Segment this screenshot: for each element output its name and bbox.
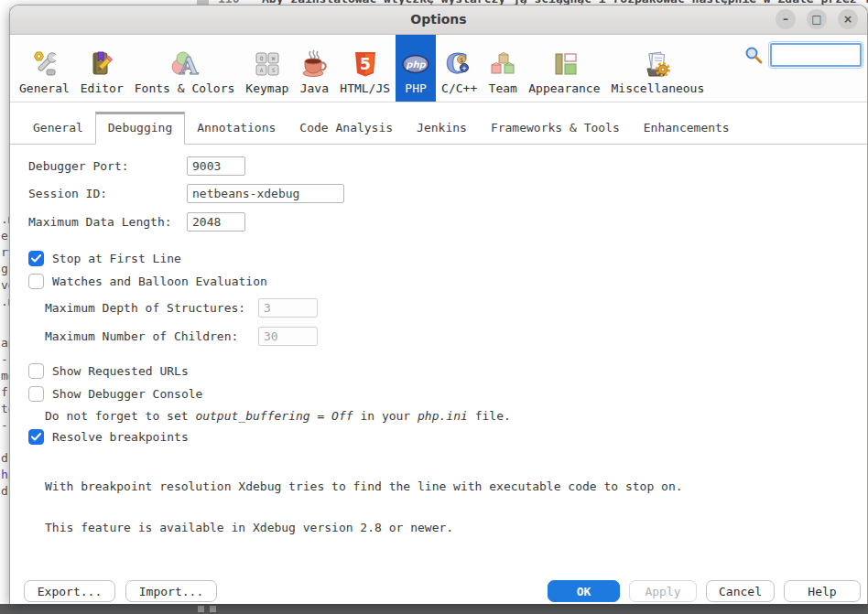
category-label: Editor bbox=[81, 81, 124, 95]
resolve-breakpoints-checkbox[interactable] bbox=[28, 429, 44, 445]
max-children-row: Maximum Number of Children: bbox=[45, 327, 318, 346]
import-button[interactable]: Import... bbox=[125, 580, 217, 602]
book-pencil-icon bbox=[87, 49, 116, 79]
show-urls-checkbox[interactable] bbox=[28, 363, 44, 379]
splitter-nub bbox=[198, 606, 204, 612]
svg-text:php: php bbox=[406, 59, 426, 70]
tools-icon bbox=[29, 49, 59, 79]
category-editor[interactable]: Editor bbox=[75, 35, 129, 102]
background-text-fragment: to bbox=[1, 402, 9, 415]
max-data-length-label: Maximum Data Length: bbox=[28, 215, 179, 229]
category-label: Fonts & Colors bbox=[135, 81, 235, 95]
debugger-port-row: Debugger Port: bbox=[28, 156, 245, 176]
svg-text:W: W bbox=[272, 55, 276, 61]
cancel-button[interactable]: Cancel bbox=[706, 580, 775, 602]
background-text-fragment: ry bbox=[1, 245, 9, 259]
category-label: Java bbox=[300, 81, 329, 95]
background-text-fragment: hp bbox=[1, 468, 9, 481]
keyboard-icon: Q W A S bbox=[253, 49, 282, 79]
background-text-fragment: f- bbox=[1, 385, 9, 399]
maximize-button[interactable]: □ bbox=[807, 9, 827, 29]
background-text-fragment: .m bbox=[1, 212, 9, 226]
resolve-breakpoints-help: With breakpoint resolution Xdebug tries … bbox=[45, 452, 683, 562]
cubes-icon bbox=[488, 49, 517, 79]
show-console-checkbox[interactable] bbox=[28, 386, 44, 402]
background-text-fragment: ve bbox=[1, 278, 9, 292]
resolve-breakpoints-row: Resolve breakpoints bbox=[28, 429, 189, 445]
show-urls-row: Show Requested URLs bbox=[28, 363, 189, 379]
debugger-port-input[interactable] bbox=[187, 156, 245, 176]
tab-general[interactable]: General bbox=[21, 113, 95, 144]
category-label: HTML/JS bbox=[340, 81, 390, 95]
show-console-row: Show Debugger Console bbox=[28, 386, 202, 402]
show-console-label: Show Debugger Console bbox=[52, 387, 202, 401]
cpp-icon: C $ + bbox=[445, 49, 474, 79]
note-output-buffering: output_buffering bbox=[195, 409, 309, 423]
background-text-fragment: er bbox=[1, 229, 9, 242]
show-urls-label: Show Requested URLs bbox=[52, 364, 189, 378]
category-c-cpp[interactable]: C $ + C/C++ bbox=[436, 35, 483, 102]
splitter-nub bbox=[210, 606, 216, 612]
help-button[interactable]: Help bbox=[784, 580, 861, 602]
background-text-fragment: -z bbox=[1, 352, 9, 366]
help-line-2: This feature is available in Xdebug vers… bbox=[45, 521, 683, 534]
note-text: = bbox=[310, 409, 331, 423]
category-keymap[interactable]: Q W A S Keymap bbox=[240, 35, 294, 102]
watches-balloon-row: Watches and Balloon Evaluation bbox=[28, 274, 267, 289]
note-php-ini: php.ini bbox=[418, 409, 468, 423]
fonts-colors-icon: A bbox=[170, 49, 200, 79]
export-button[interactable]: Export... bbox=[24, 580, 115, 602]
apply-button[interactable]: Apply bbox=[629, 580, 697, 602]
watches-balloon-label: Watches and Balloon Evaluation bbox=[52, 275, 267, 288]
max-depth-input[interactable] bbox=[258, 298, 318, 318]
tab-annotations[interactable]: Annotations bbox=[185, 113, 288, 144]
tab-code-analysis[interactable]: Code Analysis bbox=[288, 113, 405, 144]
ok-button[interactable]: OK bbox=[548, 580, 620, 602]
category-toolbar: General Editor A Fonts & Colors bbox=[10, 35, 867, 102]
session-id-label: Session ID: bbox=[28, 187, 179, 200]
category-fonts-colors[interactable]: A Fonts & Colors bbox=[129, 35, 241, 102]
tab-debugging[interactable]: Debugging bbox=[95, 112, 185, 145]
php-options-tabs: General Debugging Annotations Code Analy… bbox=[10, 102, 867, 145]
search-input[interactable] bbox=[770, 43, 862, 67]
help-line-1: With breakpoint resolution Xdebug tries … bbox=[45, 479, 683, 493]
watches-balloon-checkbox[interactable] bbox=[28, 274, 44, 289]
debugger-port-label: Debugger Port: bbox=[28, 159, 179, 173]
max-data-length-input[interactable] bbox=[187, 212, 245, 232]
close-button[interactable]: × bbox=[838, 9, 858, 29]
tab-frameworks-tools[interactable]: Frameworks & Tools bbox=[479, 113, 632, 144]
layout-icon bbox=[549, 49, 579, 79]
category-php[interactable]: php PHP bbox=[396, 35, 436, 102]
svg-text:+: + bbox=[461, 64, 466, 72]
stop-first-line-checkbox[interactable] bbox=[28, 251, 44, 266]
category-java[interactable]: Java bbox=[294, 35, 334, 102]
max-data-length-row: Maximum Data Length: bbox=[28, 212, 245, 232]
html5-shield-icon: 5 bbox=[351, 49, 380, 79]
category-label: Team bbox=[489, 81, 517, 95]
svg-text:5: 5 bbox=[360, 55, 371, 73]
session-id-input[interactable] bbox=[187, 184, 344, 203]
category-team[interactable]: Team bbox=[483, 35, 523, 102]
note-text: Do not forget to set bbox=[45, 409, 195, 423]
tab-jenkins[interactable]: Jenkins bbox=[405, 113, 479, 144]
background-text-fragment: .m bbox=[1, 295, 9, 308]
background-text-fragment: g- bbox=[1, 262, 9, 275]
category-label: Miscellaneous bbox=[612, 81, 705, 95]
search-icon bbox=[743, 45, 764, 65]
max-children-input[interactable] bbox=[258, 327, 318, 346]
session-id-row: Session ID: bbox=[28, 184, 344, 203]
svg-text:A: A bbox=[260, 67, 264, 73]
stop-first-line-label: Stop at First Line bbox=[52, 252, 181, 265]
background-editor-left-strip: .merryg-ve.map-zmof-to-sdhpd bbox=[0, 7, 9, 604]
svg-text:A: A bbox=[178, 52, 198, 79]
search-area bbox=[743, 43, 862, 67]
minimize-button[interactable]: – bbox=[776, 9, 796, 29]
category-miscellaneous[interactable]: Miscellaneous bbox=[606, 35, 711, 102]
note-text: file. bbox=[468, 409, 511, 423]
tab-enhancements[interactable]: Enhancements bbox=[632, 113, 742, 144]
category-general[interactable]: General bbox=[14, 35, 75, 102]
max-depth-row: Maximum Depth of Structures: bbox=[45, 298, 318, 318]
category-label: Keymap bbox=[245, 81, 288, 95]
category-html-js[interactable]: 5 HTML/JS bbox=[334, 35, 396, 102]
category-appearance[interactable]: Appearance bbox=[523, 35, 605, 102]
